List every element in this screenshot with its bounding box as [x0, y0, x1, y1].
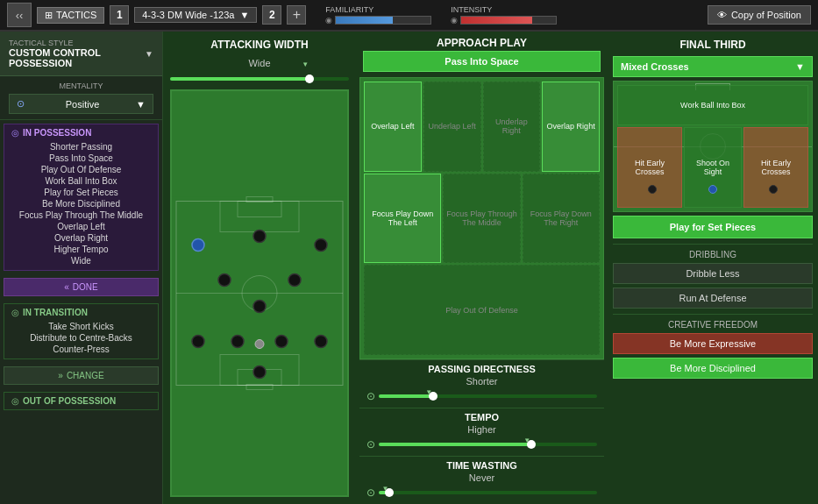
possession-item-10[interactable]: Higher Tempo [11, 244, 151, 255]
out-poss-icon: ◎ [11, 396, 19, 406]
ap-focus-middle[interactable]: Focus Play Through The Middle [443, 174, 520, 264]
aw-slider-track: ▼ [170, 77, 349, 81]
be-more-expressive-button[interactable]: Be More Expressive [613, 333, 813, 354]
ap-row-bottom: Play Out Of Defense [364, 265, 600, 355]
possession-item-2[interactable]: Pass Into Space [11, 153, 151, 164]
possession-item-5[interactable]: Play for Set Pieces [11, 187, 151, 198]
slot1-badge[interactable]: 1 [110, 5, 129, 25]
be-more-disciplined-button[interactable]: Be More Disciplined [613, 358, 813, 379]
run-at-defense-button[interactable]: Run At Defense [613, 287, 813, 309]
change-button[interactable]: » CHANGE [4, 366, 159, 385]
mentality-section: MENTALITY ⊙ Positive ▼ [0, 76, 162, 120]
time-wasting-section: TIME WASTING Never ⊙ ▼ [359, 456, 604, 504]
tempo-slider-knob: ▼ [527, 440, 536, 449]
final-third-title: FINAL THIRD [613, 39, 813, 51]
dribble-less-button[interactable]: Dribble Less [613, 263, 813, 284]
change-chevrons: » [58, 371, 63, 380]
tactical-style-name: CUSTOM CONTROL POSSESSION [9, 47, 145, 68]
final-third-dropdown[interactable]: Mixed Crosses ▼ [613, 56, 813, 77]
possession-item-6[interactable]: Be More Disciplined [11, 198, 151, 209]
ap-overlap-left[interactable]: Overlap Left [364, 82, 422, 172]
ap-play-out-defense[interactable]: Play Out Of Defense [364, 265, 600, 355]
tactical-style-header[interactable]: TACTICAL STYLE CUSTOM CONTROL POSSESSION… [0, 32, 162, 76]
add-formation-button[interactable]: + [287, 5, 306, 25]
possession-icon: ◎ [11, 128, 19, 138]
mentality-selector[interactable]: ⊙ Positive ▼ [9, 94, 153, 114]
change-label: CHANGE [67, 371, 104, 380]
top-bar-left: ‹‹ ⊞ TACTICS 1 4-3-3 DM Wide -123a ▼ 2 +… [7, 3, 557, 27]
mentality-value: Positive [66, 99, 100, 110]
svg-point-11 [192, 336, 204, 348]
familiarity-start-icon: ◉ [325, 16, 332, 25]
top-bar: ‹‹ ⊞ TACTICS 1 4-3-3 DM Wide -123a ▼ 2 +… [0, 0, 818, 32]
svg-point-18 [192, 239, 204, 252]
pd-slider-knob: ▼ [429, 392, 437, 401]
tactics-icon: ⊞ [45, 10, 53, 21]
time-wasting-title: TIME WASTING [366, 460, 597, 471]
creative-freedom-label: CREATIVE FREEDOM [613, 320, 813, 330]
ap-focus-left[interactable]: Focus Play Down The Left [364, 174, 441, 264]
possession-item-11[interactable]: Wide [11, 255, 151, 266]
intensity-track [460, 16, 557, 25]
work-ball-into-box-cell[interactable]: Work Ball Into Box [617, 85, 808, 125]
back-nav-button[interactable]: ‹‹ [7, 3, 32, 27]
transition-item-3[interactable]: Counter-Press [11, 344, 151, 355]
tactical-style-chevron: ▼ [145, 49, 153, 59]
hit-early-crosses-left-cell[interactable]: Hit Early Crosses [617, 127, 682, 208]
slot2-badge[interactable]: 2 [262, 5, 281, 25]
transition-item-2[interactable]: Distribute to Centre-Backs [11, 332, 151, 344]
possession-item-8[interactable]: Overlap Left [11, 221, 151, 232]
done-button[interactable]: « DONE [4, 278, 159, 296]
main-layout: TACTICAL STYLE CUSTOM CONTROL POSSESSION… [0, 32, 818, 504]
play-for-set-pieces-button[interactable]: Play for Set Pieces [613, 216, 813, 238]
possession-header: ◎ IN POSSESSION [11, 128, 151, 138]
svg-point-19 [253, 231, 266, 243]
possession-item-1[interactable]: Shorter Passing [11, 141, 151, 153]
tempo-tick: ▼ [523, 437, 530, 444]
tw-slider-wrapper: ▼ [379, 486, 597, 499]
familiarity-section: FAMILIARITY ◉ [325, 5, 431, 25]
done-label: DONE [73, 282, 98, 292]
shoot-on-sight-cell[interactable]: Shoot On Sight [684, 127, 742, 208]
passing-directness-slider[interactable]: ⊙ ▼ [366, 390, 597, 402]
possession-item-3[interactable]: Play Out Of Defense [11, 164, 151, 175]
ap-focus-right[interactable]: Focus Play Down The Right [523, 174, 600, 264]
mentality-label: MENTALITY [9, 82, 153, 90]
pass-into-space-button[interactable]: Pass Into Space [363, 51, 601, 72]
possession-item-4[interactable]: Work Ball Into Box [11, 175, 151, 187]
tactical-pitch[interactable] [170, 89, 349, 497]
hit-early-crosses-right-cell[interactable]: Hit Early Crosses [743, 127, 808, 208]
formation-selector[interactable]: 4-3-3 DM Wide -123a ▼ [134, 7, 257, 23]
svg-point-15 [253, 301, 266, 313]
tw-slider-bg [379, 491, 597, 494]
out-possession-section: ◎ OUT OF POSSESSION [4, 392, 159, 410]
pd-slider-icon: ⊙ [366, 390, 375, 402]
approach-play-title: APPROACH PLAY [363, 37, 601, 49]
ap-underlap-right[interactable]: Underlap Right [483, 82, 541, 172]
attacking-width-title: ATTACKING WIDTH [170, 39, 349, 51]
possession-title: IN POSSESSION [23, 128, 91, 138]
tempo-slider[interactable]: ⊙ ▼ [366, 438, 597, 451]
transition-item-1[interactable]: Take Short Kicks [11, 321, 151, 332]
svg-point-10 [253, 366, 266, 379]
tw-tick: ▼ [381, 485, 388, 493]
approach-play-header: APPROACH PLAY Pass Into Space [359, 32, 604, 77]
svg-point-21 [255, 340, 264, 349]
final-third-chevron: ▼ [795, 61, 805, 72]
aw-slider-fill [170, 77, 309, 81]
copy-position-button[interactable]: 👁 Copy of Position [708, 5, 811, 25]
ap-overlap-right[interactable]: Overlap Right [542, 82, 600, 172]
tempo-title: TEMPO [366, 412, 597, 422]
out-poss-title: OUT OF POSSESSION [23, 396, 116, 406]
possession-item-9[interactable]: Overlap Right [11, 232, 151, 244]
possession-item-7[interactable]: Focus Play Through The Middle [11, 209, 151, 221]
copy-btn-label: Copy of Position [731, 10, 801, 20]
final-third-field: Work Ball Into Box Hit Early Crosses Sho… [613, 81, 813, 212]
attacking-width-slider[interactable]: ▼ [170, 77, 349, 81]
transition-title: IN TRANSITION [23, 308, 88, 317]
ap-underlap-left[interactable]: Underlap Left [423, 82, 481, 172]
time-wasting-slider[interactable]: ⊙ ▼ [366, 486, 597, 499]
intensity-fill [461, 17, 532, 24]
tempo-slider-active [379, 443, 531, 446]
familiarity-label: FAMILIARITY [325, 5, 431, 14]
